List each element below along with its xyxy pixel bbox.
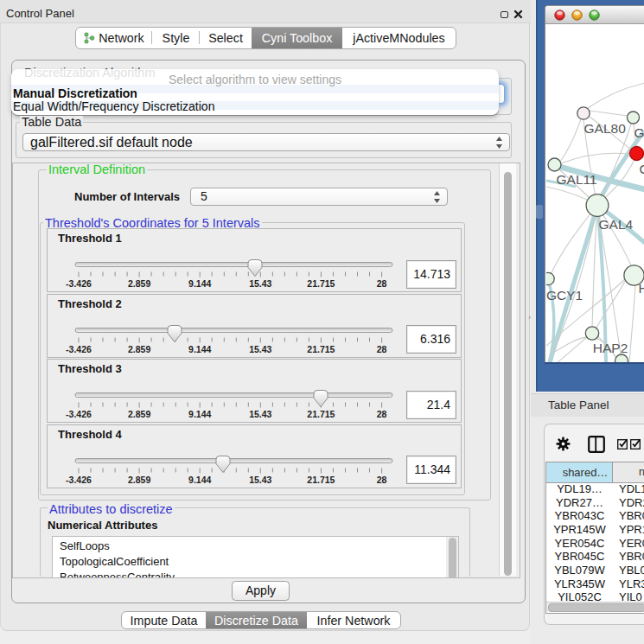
svg-text:GAL4: GAL4: [598, 217, 633, 232]
svg-text:GAL80: GAL80: [583, 121, 626, 136]
svg-text:GAL1: GAL1: [634, 125, 644, 140]
svg-text:GCY1: GCY1: [546, 288, 583, 303]
svg-text:GAL11: GAL11: [556, 172, 596, 187]
svg-text:HAP2: HAP2: [592, 341, 628, 355]
svg-text:H: H: [638, 281, 644, 296]
svg-text:C: C: [639, 162, 644, 176]
